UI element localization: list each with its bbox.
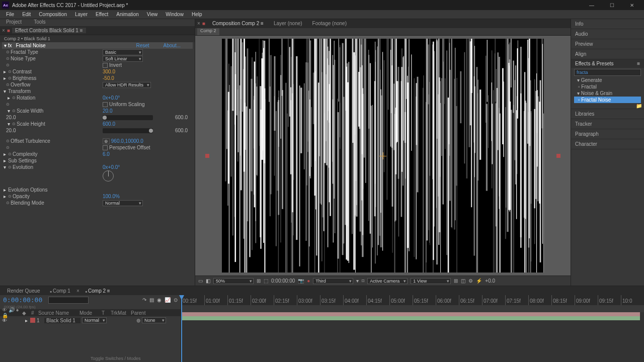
scale-height-slider[interactable] <box>103 128 153 133</box>
comp-2-tl-tab[interactable]: Comp 2 ≡ <box>82 288 114 294</box>
scale-width-slider[interactable] <box>103 115 153 120</box>
menu-view[interactable]: View <box>143 12 162 17</box>
opacity-value[interactable]: 100.0% <box>103 194 120 199</box>
comp-1-tl-tab[interactable]: Comp 1 <box>46 288 74 294</box>
mask-icon[interactable]: ● <box>307 278 310 284</box>
shy-icon[interactable]: ↷ <box>142 297 146 303</box>
overflow-dropdown[interactable]: Allow HDR Results <box>103 82 151 88</box>
menu-help[interactable]: Help <box>188 12 206 17</box>
3d-icon[interactable]: ⌑ <box>362 278 364 284</box>
menu-animation[interactable]: Animation <box>112 12 142 17</box>
libraries-panel-tab[interactable]: Libraries <box>571 109 644 119</box>
menu-window[interactable]: Window <box>162 12 188 17</box>
invert-checkbox[interactable] <box>103 63 108 68</box>
maximize-button[interactable]: ☐ <box>602 0 622 10</box>
region-icon[interactable]: ⬚ <box>264 278 268 284</box>
menu-file[interactable]: File <box>2 12 18 17</box>
graph-icon[interactable]: 📈 <box>165 297 171 303</box>
fast-preview-icon[interactable]: ⚡ <box>476 278 482 284</box>
scale-width-value[interactable]: 20.0 <box>103 108 112 114</box>
anchor-point-icon[interactable] <box>379 152 386 159</box>
crosshair-icon[interactable]: ⊕ <box>103 138 110 144</box>
info-panel-tab[interactable]: Info <box>571 19 644 29</box>
transparency-icon[interactable]: ◧ <box>206 278 210 284</box>
layer-bar[interactable] <box>182 312 640 320</box>
character-panel-tab[interactable]: Character <box>571 139 644 149</box>
grid-icon[interactable]: ⊞ <box>454 278 458 284</box>
offset-value[interactable]: 960.0,10000.0 <box>111 138 143 144</box>
complexity-value[interactable]: 6.0 <box>103 151 110 157</box>
timeline-ruler[interactable]: 00:15f01:00f01:15f02:00f02:15f03:00f03:1… <box>181 295 644 305</box>
exposure-value[interactable]: +0.0 <box>485 278 495 284</box>
motion-blur-icon[interactable]: ◉ <box>157 297 162 303</box>
layer-color-label[interactable] <box>30 318 35 323</box>
blending-mode-dropdown[interactable]: Normal <box>103 200 143 206</box>
layer-search-input[interactable] <box>48 297 89 304</box>
right-handle[interactable] <box>556 154 560 158</box>
layer-mode-dropdown[interactable]: Normal <box>82 317 107 323</box>
perspective-offset-checkbox[interactable] <box>103 145 108 150</box>
effects-search-input[interactable] <box>574 69 641 76</box>
align-panel-tab[interactable]: Align <box>571 49 644 59</box>
frame-blend-icon[interactable]: ▤ <box>149 297 154 303</box>
scale-height-value[interactable]: 600.0 <box>103 121 115 127</box>
channel-icon[interactable]: ⚙ <box>468 278 473 284</box>
tree-noise-grain[interactable]: ▾ Noise & Grain <box>574 90 641 97</box>
reset-link[interactable]: Reset <box>136 43 149 48</box>
tree-fractal-noise[interactable]: ▫ Fractal Noise <box>574 97 641 103</box>
paragraph-panel-tab[interactable]: Paragraph <box>571 129 644 139</box>
col-mode[interactable]: Mode <box>79 310 102 316</box>
noise-type-dropdown[interactable]: Soft Linear <box>103 56 143 62</box>
quality-dropdown[interactable]: Third <box>313 278 353 284</box>
tree-generate[interactable]: ▾ Generate <box>574 77 641 83</box>
evolution-value[interactable]: 0x+0.0° <box>103 164 120 170</box>
monitor-icon[interactable]: ▭ <box>198 278 203 284</box>
tree-fractal[interactable]: ▫ Fractal <box>574 83 641 90</box>
zoom-dropdown[interactable]: 50% <box>213 278 254 284</box>
snap-icon[interactable]: ⊙ <box>174 297 178 303</box>
composition-tab[interactable]: Composition Comp 2 ≡ <box>207 21 269 26</box>
views-dropdown[interactable]: 1 View <box>411 278 451 284</box>
composition-viewport[interactable] <box>195 36 571 276</box>
camera-dropdown[interactable]: Active Camera <box>367 278 408 284</box>
fx-fractal-noise-header[interactable]: ▾ fxFractal Noise Reset About... <box>2 42 193 49</box>
render-queue-tab[interactable]: Render Queue <box>3 288 44 294</box>
transform-label[interactable]: Transform <box>8 88 31 94</box>
menu-layer[interactable]: Layer <box>71 12 92 17</box>
new-bin-icon[interactable]: 📁 <box>636 103 642 109</box>
tracker-panel-tab[interactable]: Tracker <box>571 119 644 129</box>
audio-panel-tab[interactable]: Audio <box>571 29 644 39</box>
brightness-value[interactable]: -50.0 <box>103 75 114 81</box>
playhead[interactable] <box>181 295 182 362</box>
fractal-type-dropdown[interactable]: Basic <box>103 49 143 55</box>
effects-presets-panel[interactable]: Effects & Presets≡ <box>571 59 644 68</box>
uniform-scaling-checkbox[interactable] <box>103 102 108 107</box>
sub-settings-label[interactable]: Sub Settings <box>8 158 37 163</box>
close-button[interactable]: ✕ <box>622 0 642 10</box>
menu-edit[interactable]: Edit <box>18 12 35 17</box>
col-trkmat[interactable]: TrkMat <box>111 310 131 316</box>
stopwatch-icon[interactable]: ⊙ <box>6 50 10 54</box>
comp-2-tab[interactable]: Comp 2 <box>197 28 219 36</box>
tools-tab[interactable]: Tools <box>32 19 47 26</box>
rotation-value[interactable]: 0x+0.0° <box>103 95 120 101</box>
preview-panel-tab[interactable]: Preview <box>571 39 644 49</box>
toggle-switches[interactable]: Toggle Switches / Modes <box>91 356 141 361</box>
effect-controls-tab[interactable]: Effect Controls Black Solid 1 ≡ <box>12 28 86 33</box>
left-handle[interactable] <box>205 154 209 158</box>
timeline-timecode[interactable]: 0:00:00:00 <box>3 296 42 304</box>
evolution-options-label[interactable]: Evolution Options <box>8 187 47 193</box>
layer-parent-dropdown[interactable]: None <box>142 317 166 323</box>
pixel-icon[interactable]: ◫ <box>461 278 465 284</box>
layer-tab[interactable]: Layer (none) <box>269 21 307 26</box>
col-source-name[interactable]: Source Name <box>38 310 79 316</box>
res-icon[interactable]: ⊞ <box>257 278 261 284</box>
col-parent[interactable]: Parent <box>131 310 145 316</box>
viewer-timecode[interactable]: 0:00:00:00 <box>271 278 295 284</box>
minimize-button[interactable]: — <box>582 0 602 10</box>
contrast-value[interactable]: 300.0 <box>103 69 115 74</box>
evolution-dial[interactable] <box>103 170 114 182</box>
menu-effect[interactable]: Effect <box>92 12 112 17</box>
snapshot-icon[interactable]: 📷 <box>298 278 304 284</box>
footage-tab[interactable]: Footage (none) <box>307 21 352 26</box>
